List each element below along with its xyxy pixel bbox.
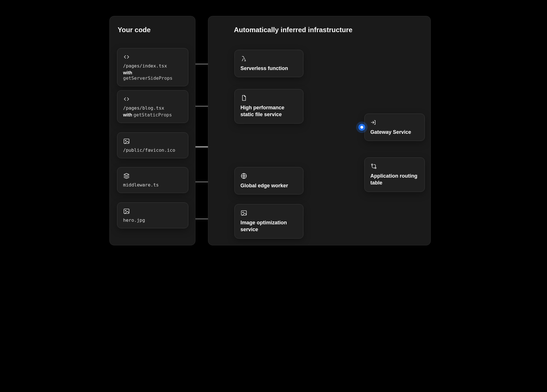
your-code-panel: Your code /pages/index.tsx with getServe… [109,16,195,245]
infra-label: Image optimization service [240,219,297,233]
code-card-blog: /pages/blog.tsx with getStaticProps [117,90,188,123]
image-icon [240,210,247,216]
code-card-index: /pages/index.tsx with getServerSideProps [117,48,188,86]
infrastructure-panel: Automatically inferred infrastructure Se… [208,16,431,245]
file-icon [240,95,247,101]
file-path: middleware.ts [123,182,182,188]
routing-card: Application routing table [364,157,425,192]
routing-icon [370,163,377,170]
infrastructure-title: Automatically inferred infrastructure [234,26,352,34]
svg-point-1 [125,140,126,141]
image-icon [123,138,130,145]
code-card-middleware: middleware.ts [117,167,188,193]
infra-card-static: High performance static file service [234,89,303,124]
file-path: hero.jpg [123,217,182,223]
svg-point-6 [243,212,244,213]
infra-label: High performance static file service [240,104,297,118]
globe-icon [240,173,247,179]
gateway-card: Gateway Service [364,114,425,141]
infra-label: Serverless function [240,65,297,72]
file-path: /pages/index.tsx [123,63,182,69]
svg-point-3 [125,210,126,211]
code-card-hero: hero.jpg [117,202,188,228]
routing-label: Application routing table [370,173,419,186]
code-icon [123,54,130,60]
infra-card-image-opt: Image optimization service [234,204,303,239]
code-icon [123,96,130,102]
infra-card-edge: Global edge worker [234,167,303,194]
svg-rect-2 [124,209,129,214]
file-path: /public/favicon.ico [123,147,182,153]
infra-card-serverless: Serverless function [234,50,303,77]
gateway-accent-dot [358,124,365,131]
lambda-icon [240,55,247,62]
code-card-favicon: /public/favicon.ico [117,132,188,158]
gateway-icon [370,119,377,126]
svg-rect-0 [124,139,129,143]
your-code-title: Your code [118,26,151,34]
file-path: /pages/blog.tsx [123,105,182,111]
layers-icon [123,173,130,179]
infra-label: Global edge worker [240,182,297,189]
diagram: Your code /pages/index.tsx with getServe… [91,0,456,261]
hook-line: with getServerSideProps [123,69,182,81]
svg-rect-5 [241,211,246,215]
hook-line: with getStaticProps [123,111,182,118]
gateway-label: Gateway Service [370,129,419,136]
image-icon [123,208,130,215]
